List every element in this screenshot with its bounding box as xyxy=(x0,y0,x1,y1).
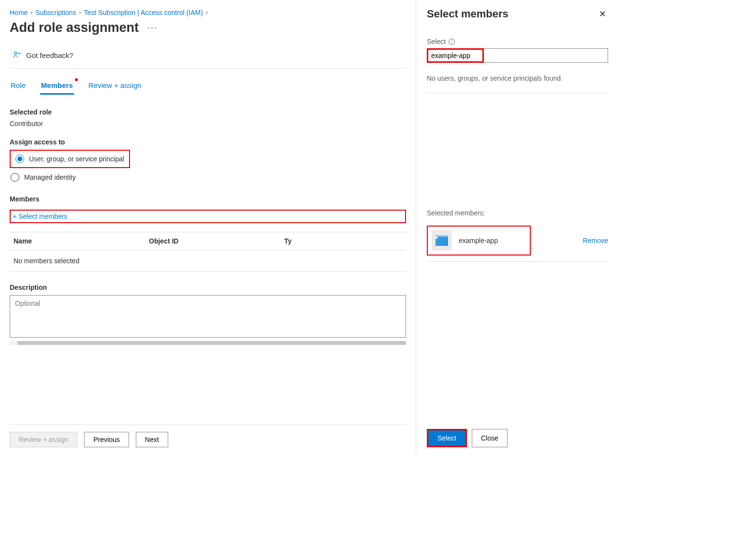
description-input[interactable] xyxy=(10,295,406,338)
feedback-text: Got feedback? xyxy=(26,51,73,59)
tab-members[interactable]: Members xyxy=(40,79,74,95)
close-icon[interactable]: ✕ xyxy=(597,8,608,20)
radio-managed-identity[interactable]: Managed identity xyxy=(10,170,406,185)
radio-label: User, group, or service principal xyxy=(29,155,124,163)
select-members-panel: Select members ✕ Select i No users, grou… xyxy=(416,0,619,454)
column-type: Ty xyxy=(284,237,402,245)
page-title: Add role assignment xyxy=(10,20,139,35)
radio-label: Managed identity xyxy=(24,173,76,181)
tab-indicator-dot xyxy=(75,78,78,81)
svg-point-0 xyxy=(14,52,16,55)
radio-icon xyxy=(11,173,19,182)
tabs: Role Members Review + assign xyxy=(10,79,406,95)
previous-button[interactable]: Previous xyxy=(84,432,129,447)
horizontal-scrollbar[interactable] xyxy=(10,341,406,345)
selected-role-value: Contributor xyxy=(10,120,406,128)
members-empty-message: No members selected xyxy=(10,250,406,272)
tab-review-assign[interactable]: Review + assign xyxy=(87,79,143,95)
plus-icon: + xyxy=(13,213,16,220)
more-actions-icon[interactable]: ··· xyxy=(147,23,158,33)
close-button[interactable]: Close xyxy=(472,429,508,447)
breadcrumb: Home › Subscriptions › Test Subscription… xyxy=(10,9,406,16)
chevron-right-icon: › xyxy=(79,9,81,16)
select-members-link[interactable]: + Select members xyxy=(11,211,69,222)
selected-role-label: Selected role xyxy=(10,108,406,116)
assign-access-radio-group: User, group, or service principal Manage… xyxy=(10,150,406,185)
feedback-link[interactable]: Got feedback? xyxy=(10,49,406,69)
feedback-icon xyxy=(13,51,21,59)
column-object-id: Object ID xyxy=(149,237,284,245)
description-label: Description xyxy=(10,284,406,291)
no-results-message: No users, groups, or service principals … xyxy=(427,74,608,93)
tab-role[interactable]: Role xyxy=(10,79,27,95)
members-label: Members xyxy=(10,195,406,203)
selected-members-label: Selected members: xyxy=(427,209,608,217)
review-assign-button[interactable]: Review + assign xyxy=(10,432,77,447)
chevron-right-icon: › xyxy=(30,9,32,16)
select-label: Select xyxy=(427,38,446,45)
next-button[interactable]: Next xyxy=(136,432,168,447)
chevron-right-icon: › xyxy=(206,9,208,16)
select-button[interactable]: Select xyxy=(428,430,465,446)
breadcrumb-test-subscription[interactable]: Test Subscription | Access control (IAM) xyxy=(84,9,203,16)
assign-access-label: Assign access to xyxy=(10,138,406,146)
bottom-action-bar: Review + assign Previous Next xyxy=(10,425,406,454)
selected-member-name: example-app xyxy=(459,237,498,244)
info-icon[interactable]: i xyxy=(449,39,455,45)
remove-link[interactable]: Remove xyxy=(583,237,608,244)
radio-icon xyxy=(15,155,24,163)
breadcrumb-subscriptions[interactable]: Subscriptions xyxy=(35,9,76,16)
radio-user-group-service-principal[interactable]: User, group, or service principal xyxy=(15,152,125,166)
selected-member-item[interactable]: example-app xyxy=(427,226,531,256)
member-search-input[interactable] xyxy=(428,50,482,61)
panel-title: Select members xyxy=(427,8,509,20)
select-members-text: Select members xyxy=(18,213,67,220)
column-name: Name xyxy=(14,237,149,245)
app-icon xyxy=(432,230,452,251)
members-table: Name Object ID Ty No members selected xyxy=(10,232,406,272)
breadcrumb-home[interactable]: Home xyxy=(10,9,28,16)
